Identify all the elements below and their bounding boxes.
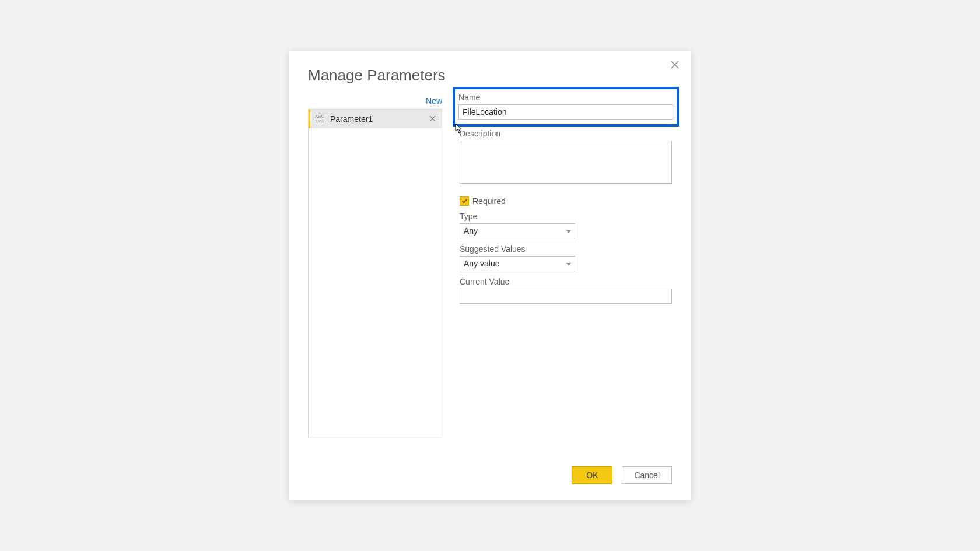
type-label: Type: [460, 212, 672, 221]
type-dropdown[interactable]: Any: [460, 223, 575, 238]
delete-parameter-button[interactable]: [428, 113, 437, 125]
manage-parameters-dialog: Manage Parameters New ABC123 Parameter1: [289, 51, 691, 500]
chevron-down-icon: [566, 259, 571, 268]
description-label: Description: [460, 129, 672, 138]
required-label: Required: [473, 196, 506, 206]
current-value-label: Current Value: [460, 277, 672, 286]
suggested-dropdown[interactable]: Any value: [460, 256, 575, 271]
description-input[interactable]: [460, 141, 672, 184]
x-icon: [429, 115, 436, 122]
parameter-item-label: Parameter1: [330, 114, 424, 124]
suggested-dropdown-value: Any value: [464, 259, 499, 268]
suggested-label: Suggested Values: [460, 244, 672, 254]
chevron-down-icon: [566, 226, 571, 236]
parameter-list-item[interactable]: ABC123 Parameter1: [309, 110, 442, 128]
name-input[interactable]: [459, 104, 673, 120]
type-dropdown-value: Any: [464, 226, 478, 236]
svg-marker-4: [566, 230, 571, 233]
name-field-group: Name: [453, 87, 679, 127]
dialog-footer: OK Cancel: [572, 466, 672, 484]
check-icon: [461, 198, 468, 204]
dialog-content: New ABC123 Parameter1: [308, 94, 672, 438]
cancel-button[interactable]: Cancel: [622, 466, 672, 484]
description-field-group: Description: [460, 129, 672, 184]
required-checkbox[interactable]: [460, 196, 469, 206]
parameter-list: ABC123 Parameter1: [308, 109, 442, 438]
type-field-group: Type Any: [460, 212, 672, 238]
new-parameter-link[interactable]: New: [308, 94, 442, 109]
svg-marker-5: [566, 263, 571, 266]
ok-button[interactable]: OK: [572, 466, 612, 484]
suggested-field-group: Suggested Values Any value: [460, 244, 672, 271]
left-pane: New ABC123 Parameter1: [308, 94, 442, 438]
name-label: Name: [459, 93, 673, 102]
close-icon: [671, 61, 679, 69]
current-value-field-group: Current Value: [460, 277, 672, 304]
current-value-input[interactable]: [460, 289, 672, 304]
required-row: Required: [460, 196, 672, 206]
close-button[interactable]: [668, 58, 681, 73]
right-pane: Name Description Required: [460, 94, 672, 438]
dialog-title: Manage Parameters: [308, 66, 672, 85]
abc123-icon: ABC123: [314, 113, 326, 125]
